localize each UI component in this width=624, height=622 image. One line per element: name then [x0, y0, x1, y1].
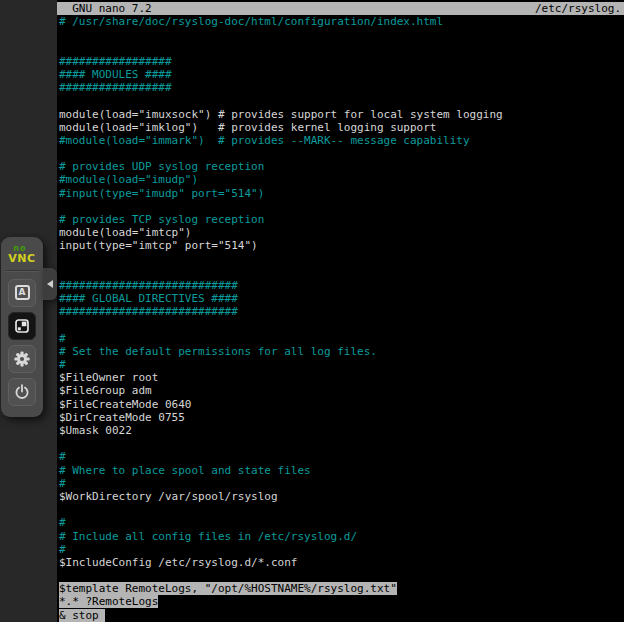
editor-line[interactable]: #### MODULES ####	[59, 68, 624, 81]
extra-keys-button[interactable]: A	[8, 279, 36, 307]
nano-version: GNU nano 7.2	[59, 2, 152, 15]
nano-filename: /etc/rsyslog.	[535, 2, 621, 15]
editor-line[interactable]: #### GLOBAL DIRECTIVES ####	[59, 292, 624, 305]
gear-icon	[13, 350, 31, 368]
editor-line[interactable]: & stop	[59, 609, 624, 622]
collapse-arrow-icon	[47, 280, 53, 288]
editor-line[interactable]: #module(load="imudp")	[59, 173, 624, 186]
editor-line[interactable]: $FileOwner root	[59, 371, 624, 384]
editor-line[interactable]: #	[59, 332, 624, 345]
editor-line[interactable]: module(load="imklog") # provides kernel …	[59, 121, 624, 134]
vnc-control-panel: no VNC A	[1, 237, 43, 417]
novnc-logo: no VNC	[8, 244, 35, 267]
editor-line[interactable]: $DirCreateMode 0755	[59, 411, 624, 424]
editor-line[interactable]: # Where to place spool and state files	[59, 464, 624, 477]
editor-line[interactable]	[59, 94, 624, 107]
screen: no VNC A	[0, 0, 624, 622]
panel-collapse-handle[interactable]	[43, 268, 57, 300]
editor-line[interactable]	[59, 437, 624, 450]
settings-button[interactable]	[8, 345, 36, 373]
editor-line[interactable]	[59, 147, 624, 160]
editor-lines[interactable]: # /usr/share/doc/rsyslog-doc/html/config…	[57, 15, 624, 622]
editor-line[interactable]: *.* ?RemoteLogs	[59, 595, 624, 608]
editor-line[interactable]	[59, 319, 624, 332]
novnc-logo-vnc: VNC	[8, 253, 35, 264]
nano-editor: GNU nano 7.2 /etc/rsyslog. # /usr/share/…	[57, 0, 624, 622]
editor-line[interactable]	[59, 200, 624, 213]
editor-line[interactable]	[59, 42, 624, 55]
disconnect-button[interactable]	[8, 378, 36, 406]
editor-line[interactable]: #module(load="immark") # provides --MARK…	[59, 134, 624, 147]
editor-line[interactable]: input(type="imtcp" port="514")	[59, 239, 624, 252]
editor-line[interactable]: # Set the default permissions for all lo…	[59, 345, 624, 358]
editor-line[interactable]: #	[59, 516, 624, 529]
editor-line[interactable]: #################	[59, 55, 624, 68]
editor-line[interactable]: # provides TCP syslog reception	[59, 213, 624, 226]
editor-line[interactable]: #	[59, 477, 624, 490]
editor-line[interactable]	[59, 266, 624, 279]
editor-line[interactable]: # provides UDP syslog reception	[59, 160, 624, 173]
editor-line[interactable]: #	[59, 450, 624, 463]
editor-line[interactable]: $FileCreateMode 0640	[59, 398, 624, 411]
editor-line[interactable]: module(load="imtcp")	[59, 226, 624, 239]
nano-titlebar: GNU nano 7.2 /etc/rsyslog.	[57, 2, 624, 15]
editor-line[interactable]: #input(type="imudp" port="514")	[59, 187, 624, 200]
editor-line[interactable]: #	[59, 358, 624, 371]
editor-line[interactable]	[59, 503, 624, 516]
editor-line[interactable]: $IncludeConfig /etc/rsyslog.d/*.conf	[59, 556, 624, 569]
editor-line[interactable]: $template RemoteLogs, "/opt/%HOSTNAME%/r…	[59, 582, 624, 595]
keyboard-a-icon: A	[15, 285, 30, 300]
editor-line[interactable]: ###########################	[59, 279, 624, 292]
editor-line[interactable]: module(load="imuxsock") # provides suppo…	[59, 108, 624, 121]
editor-line[interactable]	[59, 569, 624, 582]
editor-line[interactable]: $FileGroup adm	[59, 384, 624, 397]
fullscreen-icon	[14, 318, 30, 334]
panel-divider	[5, 270, 39, 272]
editor-line[interactable]: #################	[59, 81, 624, 94]
editor-line[interactable]: #	[59, 543, 624, 556]
editor-line[interactable]	[59, 28, 624, 41]
editor-line[interactable]: $WorkDirectory /var/spool/rsyslog	[59, 490, 624, 503]
power-icon	[14, 384, 30, 400]
editor-line[interactable]: # /usr/share/doc/rsyslog-doc/html/config…	[59, 15, 624, 28]
editor-line[interactable]: $Umask 0022	[59, 424, 624, 437]
editor-line[interactable]: # Include all config files in /etc/rsysl…	[59, 530, 624, 543]
editor-line[interactable]	[59, 253, 624, 266]
fullscreen-button[interactable]	[8, 312, 36, 340]
editor-line[interactable]: ###########################	[59, 305, 624, 318]
